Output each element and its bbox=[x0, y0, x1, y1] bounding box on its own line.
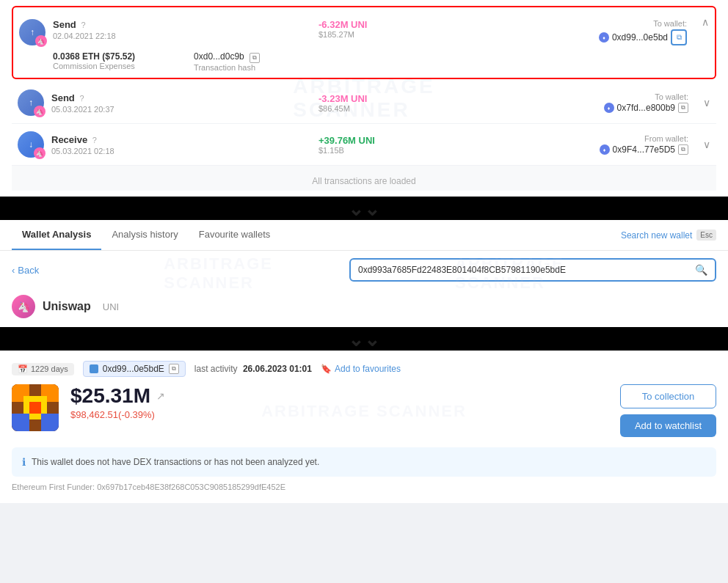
tx-question-3: ? bbox=[92, 136, 97, 144]
svg-rect-4 bbox=[12, 414, 29, 431]
search-input-container: 🔍 bbox=[349, 258, 716, 282]
tx-type-col-2: Send ? 05.03.2021 20:37 bbox=[51, 92, 311, 114]
wallet-addr: ♦ 0xd99...0e5bd ⧉ bbox=[429, 29, 687, 45]
wallet-label: To wallet: bbox=[429, 19, 687, 28]
wallet-change: $98,462.51(-0.39%) bbox=[70, 409, 608, 420]
tx-amount-col-2: -3.23M UNI $86.45M bbox=[311, 93, 429, 113]
tx-type-3: Receive bbox=[51, 134, 87, 145]
tab-analysis-history[interactable]: Analysis history bbox=[101, 220, 188, 250]
wallet-usd-value: $25.31M bbox=[70, 384, 150, 408]
tx-type-2: Send bbox=[51, 92, 75, 103]
svg-rect-5 bbox=[41, 414, 59, 431]
tx-hash-label: Transaction hash bbox=[194, 63, 260, 72]
back-chevron-icon: ‹ bbox=[12, 265, 15, 276]
transaction-row-3: ↓ 🦄 Receive ? 05.03.2021 02:18 +39.76M U… bbox=[12, 124, 716, 166]
copy-icon-blue[interactable]: ⧉ bbox=[671, 29, 687, 45]
wallet-thumbnail bbox=[12, 384, 59, 431]
addr-icon bbox=[90, 364, 98, 373]
commission-row: 0.0368 ETH ($75.52) Commission Expenses … bbox=[19, 48, 266, 78]
add-to-watchlist-button[interactable]: Add to watchlist bbox=[620, 414, 716, 437]
wallet-label-2: To wallet: bbox=[429, 92, 688, 101]
tx-amount-usd-2: $86.45M bbox=[318, 104, 421, 113]
tx-wallet-col: To wallet: ♦ 0xd99...0e5bd ⧉ bbox=[429, 19, 709, 45]
tx-wallet-col-3: From wallet: ♦ 0x9F4...77e5D5 ⧉ bbox=[429, 134, 710, 155]
wallet-thumbnail-svg bbox=[12, 384, 59, 431]
wallet-label-3: From wallet: bbox=[429, 134, 688, 143]
tx-icon-send2: ↑ 🦄 bbox=[18, 89, 44, 116]
search-icon[interactable]: 🔍 bbox=[695, 264, 707, 276]
add-to-favourites-button[interactable]: 🔖 Add to favourites bbox=[321, 364, 401, 374]
tx-type-col: Send ? 02.04.2021 22:18 bbox=[53, 19, 311, 40]
copy-addr-icon[interactable]: ⧉ bbox=[169, 364, 179, 374]
wallet-addr-3: ♦ 0x9F4...77e5D5 ⧉ bbox=[429, 144, 688, 155]
search-input[interactable] bbox=[358, 265, 695, 275]
tx-date: 02.04.2021 22:18 bbox=[53, 32, 311, 40]
bookmark-icon: 🔖 bbox=[321, 364, 332, 374]
tx-question: ? bbox=[81, 21, 85, 29]
token-name: Uniswap bbox=[43, 300, 91, 313]
to-collection-button[interactable]: To collection bbox=[620, 384, 716, 408]
tx-wallet-col-2: To wallet: ♦ 0x7fd...e800b9 ⧉ bbox=[429, 92, 710, 113]
tx-question-2: ? bbox=[79, 94, 84, 103]
action-buttons: To collection Add to watchlist bbox=[620, 384, 716, 437]
tx-hash: 0xd0...d0c9b ⧉ bbox=[194, 51, 260, 63]
tab-wallet-analysis[interactable]: Wallet Analysis bbox=[12, 220, 101, 250]
tx-amount-col-3: +39.76M UNI $1.15B bbox=[311, 135, 429, 155]
wallet-addr-2: ♦ 0x7fd...e800b9 ⧉ bbox=[429, 103, 688, 113]
tx-amount-usd-3: $1.15B bbox=[318, 146, 421, 155]
tx-date-3: 05.03.2021 02:18 bbox=[51, 147, 311, 155]
wallet-card-section: ARBITRAGE SCANNER 📅 1229 days 0xd99...0e… bbox=[0, 351, 728, 503]
chevron-3[interactable]: ∨ bbox=[703, 139, 710, 150]
eth-icon-2: ♦ bbox=[604, 103, 614, 113]
commission-label: Commission Expenses bbox=[53, 62, 135, 70]
down-chevron-1: ⌄⌄ bbox=[348, 199, 380, 220]
chevron-2[interactable]: ∨ bbox=[703, 97, 710, 109]
info-icon: ℹ bbox=[22, 456, 26, 468]
tx-amount-col: -6.32M UNI $185.27M bbox=[311, 19, 429, 39]
tx-type-label: Send bbox=[53, 19, 76, 30]
transaction-row-highlighted: ↑ 🦄 Send ? 02.04.2021 22:18 -6.32M UNI $… bbox=[12, 6, 716, 79]
tx-type-col-3: Receive ? 05.03.2021 02:18 bbox=[51, 134, 311, 155]
tx-amount-3: +39.76M UNI bbox=[318, 135, 421, 146]
search-new-wallet-link[interactable]: Search new wallet Esc bbox=[621, 230, 716, 241]
tabs-bar: Wallet Analysis Analysis history Favouri… bbox=[0, 220, 728, 251]
token-logo: 🦄 bbox=[12, 295, 35, 318]
token-header: 🦄 Uniswap UNI bbox=[0, 289, 728, 327]
tx-amount: -6.32M UNI bbox=[318, 19, 421, 30]
wallet-analysis-section: ARBITRAGESCANNER ARBITRAGESCANNER Wallet… bbox=[0, 220, 728, 327]
days-badge: 📅 1229 days bbox=[12, 363, 74, 375]
copy-hash-icon[interactable]: ⧉ bbox=[250, 53, 260, 63]
token-symbol: UNI bbox=[103, 301, 119, 312]
eth-icon-3: ♦ bbox=[600, 144, 610, 155]
svg-rect-6 bbox=[29, 402, 41, 414]
tx-icon-receive: ↓ 🦄 bbox=[18, 131, 44, 158]
tx-amount-usd: $185.27M bbox=[318, 30, 421, 39]
funder-text: Ethereum First Funder: 0x697b17ceb48E38f… bbox=[12, 477, 716, 493]
tx-date-2: 05.03.2021 20:37 bbox=[51, 105, 311, 114]
search-wallet-bar: ‹ Back 🔍 bbox=[0, 251, 728, 289]
separator-2: ⌄⌄ bbox=[0, 327, 728, 351]
copy-icon-3[interactable]: ⧉ bbox=[678, 144, 688, 155]
wallet-value-row: $25.31M ↗ $98,462.51(-0.39%) To collecti… bbox=[12, 384, 716, 437]
commission-eth: 0.0368 ETH ($75.52) bbox=[53, 51, 135, 62]
back-button[interactable]: ‹ Back bbox=[12, 265, 39, 276]
eth-icon: ♦ bbox=[599, 32, 609, 43]
copy-icon-2[interactable]: ⧉ bbox=[678, 103, 688, 113]
esc-badge: Esc bbox=[696, 230, 716, 241]
transaction-row-2: ↑ 🦄 Send ? 05.03.2021 20:37 -3.23M UNI $… bbox=[12, 82, 716, 124]
calendar-icon: 📅 bbox=[18, 364, 28, 374]
tx-icon-send: ↑ 🦄 bbox=[19, 19, 46, 45]
all-transactions-loaded: All transactions are loaded bbox=[12, 166, 716, 191]
last-activity: last activity 26.06.2023 01:01 bbox=[194, 364, 312, 374]
down-chevron-2: ⌄⌄ bbox=[348, 330, 380, 351]
tx-amount-2: -3.23M UNI bbox=[318, 93, 421, 104]
wallet-meta-row: 📅 1229 days 0xd99...0e5bdE ⧉ last activi… bbox=[12, 361, 716, 377]
wallet-value-info: $25.31M ↗ $98,462.51(-0.39%) bbox=[70, 384, 608, 420]
chevron-up[interactable]: ∧ bbox=[702, 16, 709, 28]
wallet-addr-badge: 0xd99...0e5bdE ⧉ bbox=[83, 361, 186, 377]
tab-favourite-wallets[interactable]: Favourite wallets bbox=[189, 220, 281, 250]
separator-1: ⌄⌄ bbox=[0, 197, 728, 220]
dex-notice: ℹ This wallet does not have DEX transact… bbox=[12, 447, 716, 477]
share-icon[interactable]: ↗ bbox=[156, 390, 165, 402]
